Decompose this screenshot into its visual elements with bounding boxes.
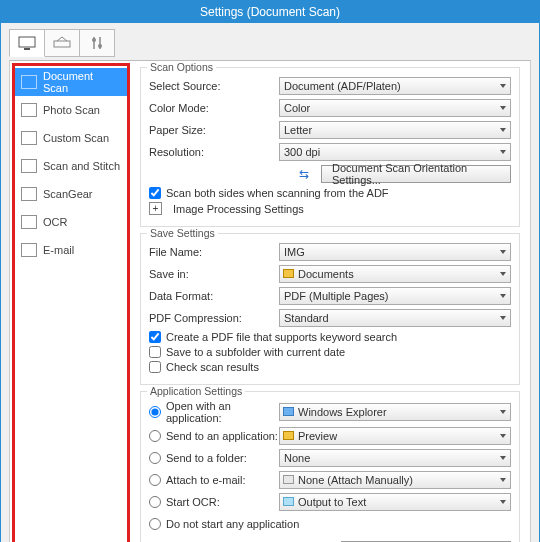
plus-icon: + [149,202,162,215]
image-processing-expand[interactable]: +Image Processing Settings [149,202,511,215]
tab-scan[interactable] [9,29,45,57]
ocr-icon [21,215,37,229]
combo-value: Windows Explorer [298,406,387,418]
label-dataformat: Data Format: [149,290,279,302]
app-icon [283,407,294,416]
radio-ocr[interactable]: Start OCR: [149,496,279,508]
select-savein[interactable]: Documents [279,265,511,283]
radio-attach[interactable]: Attach to e-mail: [149,474,279,486]
radio-label: Do not start any application [166,518,299,530]
radio[interactable] [149,452,161,464]
sidebar: Document Scan Photo Scan Custom Scan Sca… [12,63,130,542]
save-settings-section: Save Settings File Name:IMG Save in:Docu… [140,233,520,385]
checkbox[interactable] [149,331,161,343]
radio[interactable] [149,430,161,442]
combo-value: PDF (Multiple Pages) [284,290,389,302]
radio-label: Send to an application: [166,430,278,442]
select-attach[interactable]: None (Attach Manually) [279,471,511,489]
radio-donot[interactable]: Do not start any application [149,518,299,530]
checkbox[interactable] [149,361,161,373]
select-colormode[interactable]: Color [279,99,511,117]
check-label: Check scan results [166,361,259,373]
check-label: Create a PDF file that supports keyword … [166,331,397,343]
sidebar-item-custom-scan[interactable]: Custom Scan [15,124,127,152]
folder-icon [283,431,294,440]
scan-options-section: Scan Options Select Source:Document (ADF… [140,67,520,227]
checkbox[interactable] [149,346,161,358]
section-title: Scan Options [147,61,216,73]
svg-rect-0 [19,37,35,47]
checkbox[interactable] [149,187,161,199]
tools-icon [87,35,107,51]
radio-sendapp[interactable]: Send to an application: [149,430,279,442]
swap-icon: ⇆ [299,167,315,181]
expand-label: Image Processing Settings [173,203,304,215]
email-icon [21,243,37,257]
scangear-icon [21,187,37,201]
sidebar-item-photo-scan[interactable]: Photo Scan [15,96,127,124]
radio-label: Attach to e-mail: [166,474,245,486]
check-label: Save to a subfolder with current date [166,346,345,358]
radio[interactable] [149,474,161,486]
combo-value: Documents [298,268,354,280]
sidebar-item-label: OCR [43,216,67,228]
label-filename: File Name: [149,246,279,258]
sidebar-item-document-scan[interactable]: Document Scan [15,68,127,96]
tab-scanner[interactable] [44,29,80,57]
check-subfolder[interactable]: Save to a subfolder with current date [149,346,511,358]
sidebar-item-label: Photo Scan [43,104,100,116]
select-ocr[interactable]: Output to Text [279,493,511,511]
sidebar-item-email[interactable]: E-mail [15,236,127,264]
combo-value: None (Attach Manually) [298,474,413,486]
select-papersize[interactable]: Letter [279,121,511,139]
radio-openwith[interactable]: Open with an application: [149,400,279,424]
content-area: Document Scan Photo Scan Custom Scan Sca… [1,23,539,542]
radio-label: Send to a folder: [166,452,247,464]
label-savein: Save in: [149,268,279,280]
label-colormode: Color Mode: [149,102,279,114]
sidebar-item-scan-stitch[interactable]: Scan and Stitch [15,152,127,180]
svg-point-6 [98,44,102,48]
sidebar-item-label: Scan and Stitch [43,160,120,172]
section-title: Save Settings [147,227,218,239]
sidebar-item-label: E-mail [43,244,74,256]
radio-sendfolder[interactable]: Send to a folder: [149,452,279,464]
orientation-settings-button[interactable]: Document Scan Orientation Settings... [321,165,511,183]
label-pdfcomp: PDF Compression: [149,312,279,324]
sidebar-item-ocr[interactable]: OCR [15,208,127,236]
sidebar-item-scangear[interactable]: ScanGear [15,180,127,208]
radio[interactable] [149,496,161,508]
combo-value: Letter [284,124,312,136]
combo-value: Document (ADF/Platen) [284,80,401,92]
combo-value: Standard [284,312,329,324]
select-sendapp[interactable]: Preview [279,427,511,445]
select-resolution[interactable]: 300 dpi [279,143,511,161]
svg-rect-1 [24,48,30,50]
tab-tools[interactable] [79,29,115,57]
main-panel: Document Scan Photo Scan Custom Scan Sca… [9,60,531,542]
select-source[interactable]: Document (ADF/Platen) [279,77,511,95]
select-dataformat[interactable]: PDF (Multiple Pages) [279,287,511,305]
settings-window: Settings (Document Scan) Document Scan P… [0,0,540,542]
input-filename[interactable]: IMG [279,243,511,261]
check-keyword[interactable]: Create a PDF file that supports keyword … [149,331,511,343]
svg-rect-2 [54,41,70,47]
radio[interactable] [149,518,161,530]
radio-label: Open with an application: [166,400,279,424]
radio[interactable] [149,406,161,418]
sidebar-item-label: ScanGear [43,188,93,200]
check-results[interactable]: Check scan results [149,361,511,373]
scanner-icon [52,35,72,51]
svg-point-5 [92,38,96,42]
select-pdfcomp[interactable]: Standard [279,309,511,327]
select-sendfolder[interactable]: None [279,449,511,467]
folder-icon [283,269,294,278]
section-title: Application Settings [147,385,245,397]
settings-pane: Scan Options Select Source:Document (ADF… [130,61,530,542]
check-bothsides[interactable]: Scan both sides when scanning from the A… [149,187,511,199]
stitch-icon [21,159,37,173]
custom-scan-icon [21,131,37,145]
combo-value: IMG [284,246,305,258]
select-openwith[interactable]: Windows Explorer [279,403,511,421]
window-title: Settings (Document Scan) [1,1,539,23]
